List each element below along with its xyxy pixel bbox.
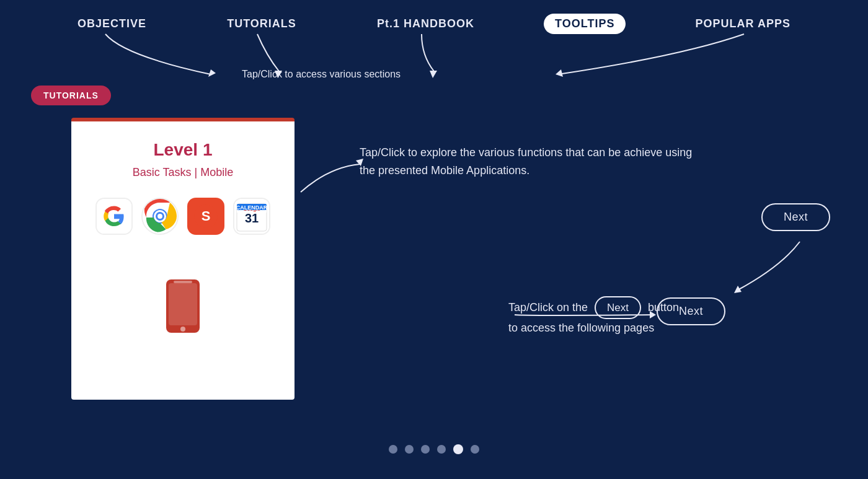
nav-objective[interactable]: OBJECTIVE xyxy=(66,14,157,34)
next-inline-badge: Next xyxy=(595,296,641,319)
svg-text:S: S xyxy=(202,208,211,224)
app-icons-row: S 31 Google CALENDAR xyxy=(95,198,270,235)
functions-annotation-text: Tap/Click to explore the various functio… xyxy=(360,146,692,177)
next-hint-prefix: Tap/Click on the xyxy=(508,301,588,314)
phone-icon xyxy=(161,278,205,344)
next-hint-suffix-line2: to access the following pages xyxy=(508,322,654,334)
calendar-app-icon[interactable]: 31 Google CALENDAR xyxy=(233,198,270,235)
google-app-icon[interactable] xyxy=(95,198,133,235)
dot-3[interactable] xyxy=(421,445,430,454)
nav-tooltips[interactable]: TOOLTIPS xyxy=(544,14,626,34)
next-annotation: Tap/Click on the Next button to access t… xyxy=(508,296,679,337)
svg-rect-19 xyxy=(174,281,192,283)
svg-rect-18 xyxy=(169,283,197,325)
svg-marker-23 xyxy=(430,71,437,78)
dot-5[interactable] xyxy=(453,444,463,454)
svg-text:31: 31 xyxy=(245,211,259,225)
svg-point-20 xyxy=(180,327,185,332)
svg-marker-24 xyxy=(556,69,563,77)
nav-handbook[interactable]: Pt.1 HANDBOOK xyxy=(366,14,485,34)
card-level: Level 1 xyxy=(154,140,213,160)
chrome-app-icon[interactable] xyxy=(141,198,179,235)
navigation-bar: OBJECTIVE TUTORIALS Pt.1 HANDBOOK TOOLTI… xyxy=(0,0,868,34)
next-button-top[interactable]: Next xyxy=(761,203,830,231)
dot-1[interactable] xyxy=(389,445,397,454)
tutorials-badge: TUTORIALS xyxy=(31,86,111,105)
nav-popular-apps[interactable]: POPULAR APPS xyxy=(684,14,802,34)
dot-6[interactable] xyxy=(471,445,479,454)
dot-4[interactable] xyxy=(437,445,446,454)
svg-point-6 xyxy=(157,214,162,219)
nav-annotation: Tap/Click to access various sections xyxy=(242,67,401,82)
nav-tutorials[interactable]: TUTORIALS xyxy=(216,14,308,34)
svg-marker-26 xyxy=(734,286,742,293)
tutorial-card[interactable]: Level 1 Basic Tasks | Mobile xyxy=(71,118,294,400)
squarehome-app-icon[interactable]: S xyxy=(187,198,224,235)
dot-2[interactable] xyxy=(405,445,414,454)
functions-annotation: Tap/Click to explore the various functio… xyxy=(360,144,694,180)
svg-text:CALENDAR: CALENDAR xyxy=(236,204,268,211)
next-button-inline[interactable]: Next xyxy=(657,297,725,325)
svg-marker-21 xyxy=(208,69,216,77)
pagination xyxy=(389,444,479,454)
card-subtitle: Basic Tasks | Mobile xyxy=(133,166,233,179)
